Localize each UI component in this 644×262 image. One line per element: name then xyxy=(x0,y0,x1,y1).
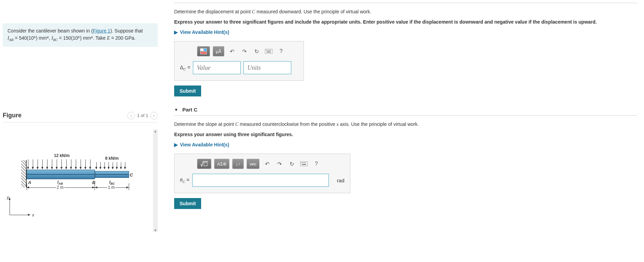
figure-title: Figure xyxy=(3,112,22,119)
svg-rect-11 xyxy=(301,162,302,163)
length-bc-label: 1 m xyxy=(107,185,115,190)
svg-rect-0 xyxy=(200,49,203,51)
sqrt-template-icon xyxy=(200,161,208,167)
units-tool-button[interactable]: μÅ xyxy=(213,46,224,56)
subscript-icon: ↓↑ xyxy=(236,161,240,167)
part-c-title: Part C xyxy=(182,107,197,113)
figure-viewport: ▲ ▼ 12 kN/m 8 kN/m xyxy=(3,129,158,232)
keyboard-icon xyxy=(265,49,272,54)
svg-rect-13 xyxy=(304,162,305,163)
redo-icon: ↷ xyxy=(242,48,247,55)
reset-button[interactable]: ↻ xyxy=(287,159,296,169)
part-b-hints-toggle[interactable]: ▶View Available Hint(s) xyxy=(174,29,637,35)
redo-button[interactable]: ↷ xyxy=(275,159,284,169)
svg-rect-12 xyxy=(303,162,303,163)
slope-input[interactable] xyxy=(192,174,329,187)
iab-symbol: IAB xyxy=(8,36,14,41)
vector-icon: vec xyxy=(250,161,256,167)
figure-next-button[interactable]: › xyxy=(150,112,158,119)
reset-icon: ↻ xyxy=(254,48,259,55)
units-input[interactable] xyxy=(243,61,291,74)
svg-rect-10 xyxy=(300,161,308,166)
length-ab-label: 2 m xyxy=(56,185,64,190)
iab-figure-label: IAB xyxy=(57,180,63,185)
keyboard-button[interactable] xyxy=(264,47,274,56)
part-c-instruction: Express your answer using three signific… xyxy=(174,131,637,138)
part-b-answer-panel: μÅ ↶ ↷ ↻ ? ΔC = xyxy=(174,41,304,81)
greek-tool-button[interactable]: ΑΣΦ xyxy=(214,159,229,169)
load-bc-label: 8 kN/m xyxy=(105,156,118,161)
caret-right-icon: ▶ xyxy=(174,29,178,35)
fraction-template-icon xyxy=(200,48,207,54)
svg-rect-5 xyxy=(267,50,268,51)
part-c-submit-button[interactable]: Submit xyxy=(174,198,201,209)
point-c-label: C xyxy=(130,172,133,178)
part-c-section: Determine the slope at point C measured … xyxy=(174,121,637,209)
help-icon: ? xyxy=(280,48,283,54)
delta-c-label: ΔC = xyxy=(180,64,190,71)
reset-icon: ↻ xyxy=(290,161,294,167)
undo-button[interactable]: ↶ xyxy=(262,159,272,169)
caret-right-icon: ▶ xyxy=(174,142,178,147)
help-button[interactable]: ? xyxy=(276,47,286,56)
e-value: 200 GPa xyxy=(115,35,134,41)
scrollbar-up[interactable]: ▲ xyxy=(154,129,157,133)
scrollbar-down[interactable]: ▼ xyxy=(154,228,157,232)
part-b-section: Determine the displacement at point C me… xyxy=(174,9,637,96)
unit-rad-label: rad xyxy=(337,178,345,183)
load-ab-label: 12 kN/m xyxy=(54,153,70,158)
svg-rect-1 xyxy=(204,49,207,51)
caret-down-icon: ▼ xyxy=(174,107,178,112)
problem-statement: Consider the cantilever beam shown in (F… xyxy=(3,23,158,47)
x-axis-label: x xyxy=(32,213,34,218)
svg-rect-9 xyxy=(204,162,207,166)
help-button[interactable]: ? xyxy=(311,159,321,169)
undo-icon: ↶ xyxy=(265,161,269,167)
part-c-header[interactable]: ▼ Part C xyxy=(174,107,637,113)
beam-segment-ab-top xyxy=(27,170,95,174)
x-axis xyxy=(10,215,30,215)
figure-link[interactable]: Figure 1 xyxy=(93,28,110,34)
greek-icon: ΑΣΦ xyxy=(217,161,226,167)
keyboard-button[interactable] xyxy=(299,159,309,169)
help-icon: ? xyxy=(315,161,318,167)
svg-rect-15 xyxy=(302,164,306,165)
svg-rect-6 xyxy=(269,50,269,51)
theta-c-label: θC = xyxy=(180,177,190,184)
part-b-submit-button[interactable]: Submit xyxy=(174,86,201,96)
svg-rect-3 xyxy=(265,49,272,54)
svg-rect-14 xyxy=(305,162,306,163)
part-b-question: Determine the displacement at point C me… xyxy=(174,9,637,15)
beam-diagram: 12 kN/m 8 kN/m xyxy=(27,153,132,222)
part-c-hints-toggle[interactable]: ▶View Available Hint(s) xyxy=(174,142,637,147)
reset-button[interactable]: ↻ xyxy=(252,47,261,56)
value-input[interactable] xyxy=(193,61,241,74)
sqrt-tool-button[interactable] xyxy=(197,159,211,169)
part-b-instruction: Express your answer to three significant… xyxy=(174,19,637,26)
part-c-question: Determine the slope at point C measured … xyxy=(174,121,637,128)
point-a-label: A xyxy=(28,180,31,185)
beam-segment-bc-bot xyxy=(95,174,129,178)
beam-segment-bc-top xyxy=(95,171,129,174)
redo-button[interactable]: ↷ xyxy=(239,47,249,56)
keyboard-icon xyxy=(300,161,308,166)
ibc-figure-label: IBC xyxy=(109,180,115,185)
ibc-symbol: IBC xyxy=(52,36,58,41)
subscript-tool-button[interactable]: ↓↑ xyxy=(232,159,244,169)
svg-rect-7 xyxy=(270,50,271,51)
svg-rect-4 xyxy=(266,50,267,51)
undo-button[interactable]: ↶ xyxy=(227,47,237,56)
y-axis xyxy=(10,198,10,215)
problem-text-1: Consider the cantilever beam shown in ( xyxy=(8,28,93,34)
svg-rect-8 xyxy=(267,52,271,52)
problem-text-2: ). Suppose that xyxy=(110,28,143,34)
fixed-support xyxy=(21,160,27,187)
template-tool-button[interactable] xyxy=(197,46,210,56)
figure-prev-button[interactable]: ‹ xyxy=(127,112,135,119)
ibc-value: 150(10⁶) mm⁴ xyxy=(63,35,93,41)
iab-value: 540(10⁶) mm⁴ xyxy=(19,35,48,41)
vector-tool-button[interactable]: vec xyxy=(247,159,260,169)
undo-icon: ↶ xyxy=(230,48,234,55)
units-icon: μÅ xyxy=(216,49,221,54)
svg-rect-2 xyxy=(200,52,207,54)
